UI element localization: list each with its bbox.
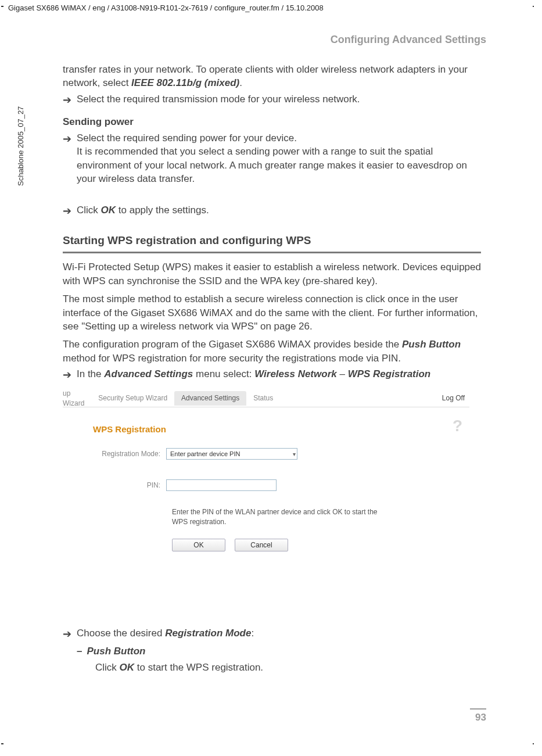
push-button-instruction: Click OK to start the WPS registration.	[63, 661, 481, 674]
intro-paragraph: transfer rates in your network. To opera…	[63, 63, 481, 90]
page-body: transfer rates in your network. To opera…	[63, 63, 481, 674]
pin-hint-text: Enter the PIN of the WLAN partner device…	[172, 507, 381, 527]
step-click-ok: ➔ Click OK to apply the settings.	[63, 203, 481, 218]
page-number-rule	[470, 708, 486, 710]
step-sending-power: ➔ Select the required sending power for …	[63, 131, 481, 186]
tab-advanced-settings[interactable]: Advanced Settings	[174, 391, 246, 406]
page-number: 93	[475, 712, 486, 723]
tab-separator	[63, 407, 469, 407]
tab-setup-wizard[interactable]: up Wizard	[63, 386, 91, 410]
push-button-label: Push Button	[82, 644, 481, 658]
router-tabs: up Wizard Security Setup Wizard Advanced…	[63, 390, 469, 407]
cancel-button[interactable]: Cancel	[235, 539, 288, 551]
wps-heading-rule	[63, 252, 481, 253]
chevron-down-icon: ▾	[293, 450, 296, 458]
ok-button[interactable]: OK	[172, 539, 225, 551]
registration-mode-select[interactable]: Enter partner device PIN ▾	[166, 448, 297, 460]
sending-power-heading: Sending power	[63, 115, 481, 128]
step-choose-mode: ➔ Choose the desired Registration Mode:	[63, 626, 481, 641]
wps-p1: Wi-Fi Protected Setup (WPS) makes it eas…	[63, 260, 481, 288]
row-registration-mode: Registration Mode: Enter partner device …	[63, 448, 469, 460]
wps-registration-title: WPS Registration	[93, 424, 469, 436]
label-pin: PIN:	[63, 481, 166, 490]
arrow-icon: ➔	[63, 203, 77, 218]
doc-header-path: Gigaset SX686 WiMAX / eng / A31008-N919-…	[8, 3, 324, 12]
page-section-title: Configuring Advanced Settings	[331, 34, 486, 46]
option-push-button: Push Button	[63, 644, 481, 658]
wps-heading: Starting WPS registration and configurin…	[63, 233, 481, 248]
arrow-icon: ➔	[63, 626, 77, 641]
arrow-icon: ➔	[63, 367, 77, 382]
pin-input[interactable]	[166, 479, 277, 491]
arrow-icon: ➔	[63, 131, 77, 186]
button-row: OK Cancel	[172, 539, 469, 551]
label-registration-mode: Registration Mode:	[63, 449, 166, 459]
wps-p3: The configuration program of the Gigaset…	[63, 338, 481, 365]
registration-mode-value: Enter partner device PIN	[170, 450, 240, 458]
template-side-label: Schablone 2005_07_27	[16, 106, 25, 186]
tab-security-wizard[interactable]: Security Setup Wizard	[91, 391, 174, 406]
help-icon[interactable]: ?	[453, 415, 462, 438]
step-menu-path: ➔ In the Advanced Settings menu select: …	[63, 367, 481, 382]
step-transmission-mode: ➔ Select the required transmission mode …	[63, 92, 481, 107]
tab-status[interactable]: Status	[246, 391, 280, 406]
wps-p2: The most simple method to establish a se…	[63, 292, 481, 333]
row-pin: PIN:	[63, 479, 469, 491]
dash-bullet	[63, 644, 82, 658]
ieee-mode: IEEE 802.11b/g (mixed)	[131, 77, 239, 88]
logoff-link[interactable]: Log Off	[435, 391, 469, 406]
router-ui-screenshot: up Wizard Security Setup Wizard Advanced…	[63, 390, 469, 611]
arrow-icon: ➔	[63, 92, 77, 107]
